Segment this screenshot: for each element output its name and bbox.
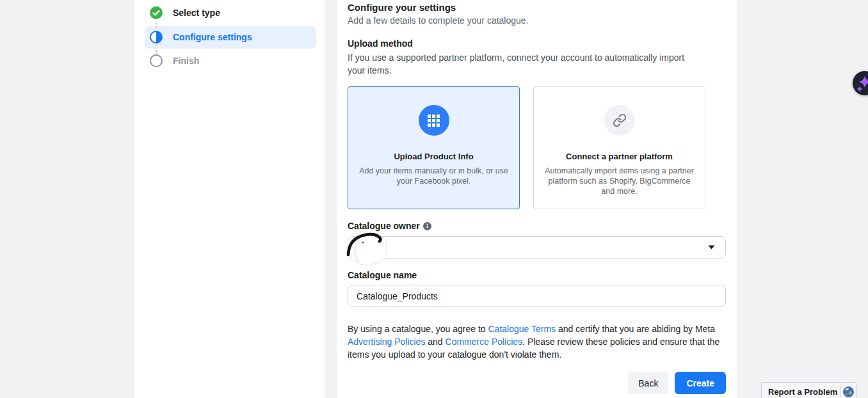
commerce-policies-link[interactable]: Commerce Policies: [446, 337, 523, 347]
chevron-down-icon: [708, 245, 715, 250]
check-icon: [150, 6, 163, 19]
catalogue-owner-label-text: Catalogue owner: [348, 221, 420, 231]
card-description: Automatically import items using a partn…: [534, 166, 705, 196]
sparkle-icon: [854, 72, 868, 94]
terms-segment: and: [425, 337, 445, 347]
upload-method-description: If you use a supported partner platform,…: [348, 51, 696, 77]
step-connector-dot: [156, 50, 157, 52]
card-title: Connect a partner platform: [534, 152, 705, 161]
globe-icon: [843, 386, 854, 397]
step-label: Finish: [173, 56, 199, 66]
catalogue-name-label-text: Catalogue name: [348, 270, 417, 280]
catalogue-owner-dropdown[interactable]: [348, 236, 726, 259]
language-globe-button[interactable]: [840, 382, 857, 398]
step-connector-dot: [156, 22, 157, 24]
terms-segment: By using a catalogue, you agree to: [348, 324, 488, 334]
step-label: Select type: [173, 8, 220, 18]
upload-method-options: Upload Product Info Add your items manua…: [348, 86, 705, 209]
report-a-problem-button[interactable]: Report a Problem: [761, 382, 844, 398]
info-icon[interactable]: [423, 222, 431, 230]
icon-circle: [419, 105, 449, 136]
catalogue-name-input[interactable]: [348, 285, 726, 307]
advertising-policies-link[interactable]: Advertising Policies: [348, 337, 425, 347]
terms-segment: and certify that you are abiding by Meta: [556, 324, 715, 334]
step-select-type[interactable]: Select type: [150, 6, 220, 19]
step-configure-settings[interactable]: Configure settings: [150, 31, 252, 44]
card-title: Upload Product Info: [348, 152, 519, 161]
terms-text: By using a catalogue, you agree to Catal…: [348, 322, 728, 361]
connect-partner-platform-card[interactable]: Connect a partner platform Automatically…: [533, 86, 705, 209]
upload-method-label: Upload method: [348, 38, 413, 49]
catalogue-owner-label: Catalogue owner: [348, 221, 431, 231]
link-icon: [613, 113, 627, 127]
page-title: Configure your settings: [348, 2, 456, 13]
action-buttons: Back Create: [628, 372, 726, 394]
step-connector-dot: [156, 26, 157, 28]
create-button[interactable]: Create: [675, 372, 726, 394]
meta-ai-button[interactable]: [853, 71, 868, 95]
catalogue-terms-link[interactable]: Catalogue Terms: [488, 324, 556, 334]
grid-icon: [428, 115, 440, 127]
card-description: Add your items manually or in bulk, or u…: [348, 166, 519, 186]
half-circle-progress-icon: [150, 31, 163, 44]
icon-circle: [604, 105, 635, 136]
empty-circle-icon: [150, 54, 163, 67]
stepper-sidebar: Select type Configure settings Finish: [134, 0, 325, 398]
configure-settings-panel: Configure your settings Add a few detail…: [337, 0, 737, 398]
step-finish[interactable]: Finish: [150, 54, 199, 67]
upload-product-info-card[interactable]: Upload Product Info Add your items manua…: [348, 86, 520, 209]
page-subtitle: Add a few details to complete your catal…: [348, 15, 529, 26]
step-label: Configure settings: [173, 32, 252, 42]
back-button[interactable]: Back: [628, 372, 668, 394]
catalogue-name-label: Catalogue name: [348, 270, 417, 280]
